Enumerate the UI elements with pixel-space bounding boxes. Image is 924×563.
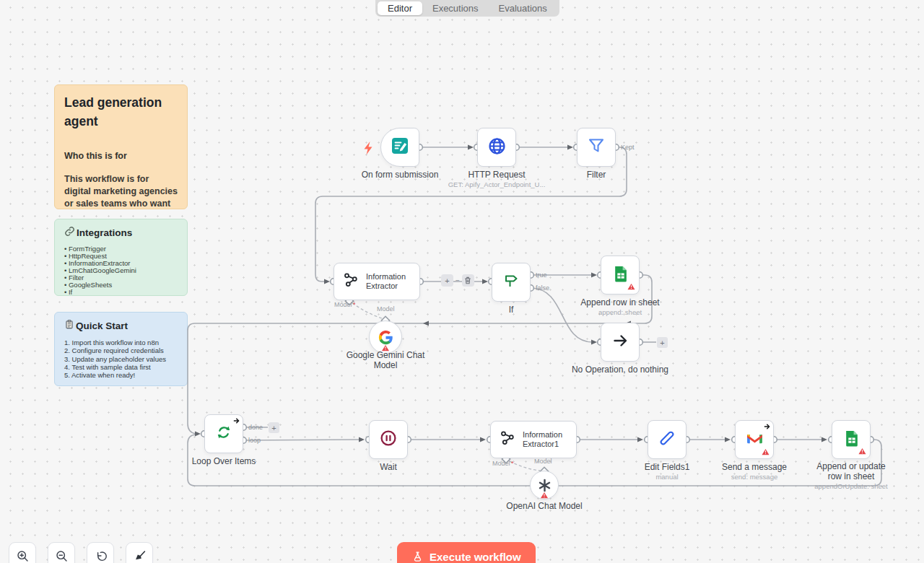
google-sheets-icon bbox=[842, 429, 860, 450]
arrowhead bbox=[725, 437, 731, 442]
model-port-label: Model bbox=[334, 301, 352, 308]
flask-icon bbox=[411, 551, 424, 563]
tab-executions[interactable]: Executions bbox=[422, 1, 489, 15]
node-subtitle: GET: Apify_Actor_Endpoint_U... bbox=[448, 180, 546, 188]
mini-arrow-icon bbox=[763, 422, 771, 430]
connection-toolbar: + − bbox=[441, 274, 474, 287]
arrowhead bbox=[567, 145, 573, 150]
zoom-out-button[interactable] bbox=[48, 542, 75, 563]
node-label: No Operation, do nothing bbox=[572, 365, 668, 375]
node-subtitle: append: sheet bbox=[598, 308, 642, 316]
arrow-right-icon bbox=[611, 331, 629, 353]
add-node-button[interactable]: + bbox=[269, 422, 279, 433]
port-label-kept: Kept bbox=[621, 144, 635, 151]
node-filter[interactable]: Filter bbox=[577, 128, 616, 167]
broom-icon bbox=[133, 549, 147, 563]
model-connection-label: Model bbox=[534, 458, 552, 465]
node-openai-chat-model[interactable]: OpenAI Chat Model bbox=[530, 471, 559, 499]
port-label-loop: loop bbox=[248, 437, 261, 444]
arrowhead bbox=[359, 437, 365, 442]
node-label: Loop Over Items bbox=[192, 456, 256, 466]
tidy-up-button[interactable] bbox=[126, 542, 153, 563]
node-append-or-update-row[interactable]: Append or update row in sheet appendOrUp… bbox=[832, 420, 871, 459]
node-label: If bbox=[509, 305, 514, 315]
node-send-a-message[interactable]: Send a message send: message bbox=[735, 420, 774, 459]
unpin-connection-icon: − bbox=[456, 276, 460, 284]
node-label: Information Extractor1 bbox=[523, 430, 576, 449]
openai-icon bbox=[538, 479, 552, 492]
port-label-true: true bbox=[536, 271, 547, 279]
tab-editor[interactable]: Editor bbox=[378, 1, 422, 15]
connection-loop-to-wait[interactable] bbox=[243, 440, 360, 440]
node-subtitle: send: message bbox=[731, 473, 777, 481]
node-information-extractor[interactable]: Information Extractor bbox=[334, 263, 420, 300]
node-label: Edit Fields1 bbox=[645, 462, 690, 472]
node-http-request[interactable]: HTTP Request GET: Apify_Actor_Endpoint_U… bbox=[477, 128, 516, 167]
connection-if-false-to-noop[interactable] bbox=[531, 288, 593, 342]
tab-evaluations[interactable]: Evaluations bbox=[489, 1, 557, 15]
mini-arrow-icon bbox=[232, 416, 240, 424]
node-information-extractor1[interactable]: Information Extractor1 bbox=[490, 421, 577, 458]
node-on-form-submission[interactable]: On form submission bbox=[380, 128, 419, 167]
warning-icon bbox=[762, 448, 770, 455]
port-label-done: done bbox=[248, 424, 263, 431]
execute-workflow-label: Execute workflow bbox=[430, 551, 521, 563]
add-node-on-connection-button[interactable]: + bbox=[441, 274, 453, 287]
undo-icon bbox=[94, 549, 108, 563]
node-if[interactable]: If bbox=[492, 263, 531, 302]
warning-icon bbox=[627, 283, 635, 290]
connection-filter-to-extractor[interactable] bbox=[315, 147, 627, 282]
extractor-icon bbox=[499, 429, 516, 450]
node-label: Wait bbox=[380, 462, 397, 472]
extractor-icon bbox=[342, 271, 359, 292]
arrowhead bbox=[591, 340, 597, 345]
node-label: HTTP Request bbox=[468, 170, 525, 180]
pen-icon bbox=[658, 429, 676, 450]
arrowhead bbox=[637, 437, 643, 442]
warning-icon bbox=[858, 448, 866, 455]
add-node-button[interactable]: + bbox=[657, 337, 668, 348]
node-label: Filter bbox=[587, 170, 606, 180]
google-g-icon bbox=[378, 330, 393, 345]
node-append-row-in-sheet[interactable]: Append row in sheet append: sheet bbox=[601, 256, 640, 294]
node-label: On form submission bbox=[362, 170, 439, 180]
execute-workflow-button[interactable]: Execute workflow bbox=[397, 542, 536, 563]
arrowhead bbox=[482, 279, 488, 284]
delete-connection-button[interactable] bbox=[462, 274, 474, 287]
zoom-out-icon bbox=[55, 549, 69, 563]
node-label: Google Gemini Chat Model bbox=[346, 351, 425, 370]
arrowhead bbox=[195, 432, 201, 437]
loop-icon bbox=[214, 423, 233, 445]
workflow-canvas[interactable]: Lead generation agent Who this is for Th… bbox=[0, 0, 924, 563]
node-subtitle: appendOrUpdate: sheet bbox=[814, 482, 887, 490]
node-subtitle: manual bbox=[655, 473, 678, 481]
node-wait[interactable]: Wait bbox=[369, 420, 408, 459]
zoom-in-button[interactable] bbox=[9, 542, 36, 563]
arrowhead bbox=[468, 145, 474, 150]
signpost-icon bbox=[502, 271, 520, 293]
trigger-lightning-icon bbox=[365, 141, 372, 155]
model-connection-label: Model bbox=[377, 305, 395, 313]
node-loop-over-items[interactable]: Loop Over Items bbox=[204, 414, 243, 453]
arrowhead bbox=[821, 437, 827, 442]
warning-icon bbox=[541, 492, 549, 499]
form-trigger-icon bbox=[391, 136, 409, 158]
node-label: Send a message bbox=[722, 462, 787, 472]
globe-icon bbox=[487, 136, 507, 159]
view-switcher: Editor Executions Evaluations bbox=[375, 0, 559, 17]
arrowhead bbox=[591, 273, 597, 278]
required-marker: * bbox=[511, 460, 514, 467]
node-no-operation[interactable]: No Operation, do nothing bbox=[601, 323, 640, 362]
funnel-icon bbox=[587, 136, 606, 158]
arrowhead bbox=[423, 321, 429, 326]
node-edit-fields1[interactable]: Edit Fields1 manual bbox=[648, 420, 687, 459]
node-label: Append row in sheet bbox=[580, 297, 659, 307]
google-sheets-icon bbox=[611, 265, 629, 286]
arrowhead bbox=[324, 279, 330, 284]
reset-zoom-button[interactable] bbox=[87, 542, 114, 563]
zoom-in-icon bbox=[16, 549, 30, 563]
node-google-gemini-chat-model[interactable]: Google Gemini Chat Model bbox=[369, 320, 402, 354]
port-label-false: false bbox=[536, 284, 549, 292]
node-label: OpenAI Chat Model bbox=[506, 501, 582, 511]
model-port-label: Model bbox=[492, 460, 510, 467]
